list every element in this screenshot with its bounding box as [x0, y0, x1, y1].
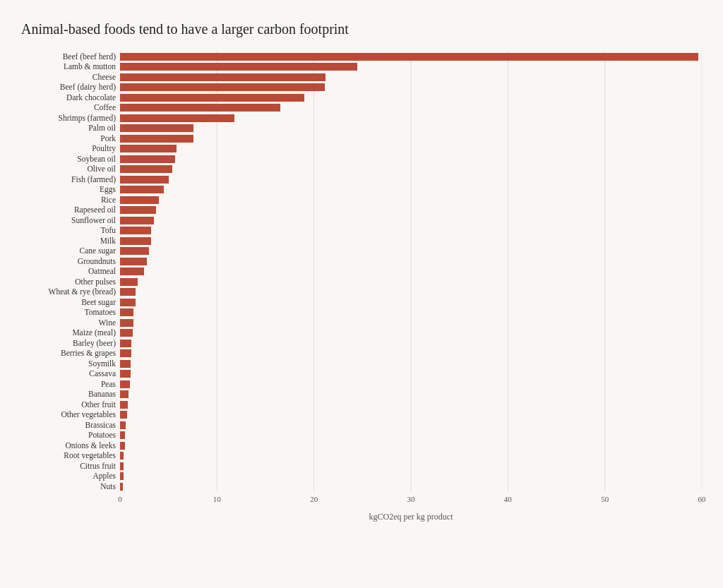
bar-label: Eggs	[100, 185, 116, 196]
bar-label: Lamb & mutton	[64, 62, 116, 73]
bar	[120, 258, 147, 265]
bar	[120, 370, 131, 378]
bar-label: Wheat & rye (bread)	[49, 287, 116, 298]
bar	[120, 196, 159, 204]
x-tick: 40	[504, 495, 512, 503]
bar	[120, 462, 124, 470]
bar	[120, 227, 151, 234]
bar-label: Rapeseed oil	[74, 205, 116, 216]
bar-row	[120, 174, 702, 185]
bar-row	[120, 154, 702, 164]
bar	[120, 472, 124, 480]
bar	[120, 124, 193, 132]
bar	[120, 155, 175, 163]
bar	[120, 165, 172, 173]
bar-row	[120, 92, 702, 103]
bar-row	[120, 52, 702, 62]
bar-row	[120, 195, 702, 205]
bar-row	[120, 164, 702, 175]
bar-label: Dark chocolate	[66, 92, 116, 103]
bar-label: Groundnuts	[78, 256, 116, 267]
bar-label: Wine	[99, 318, 116, 328]
bar-row	[120, 277, 702, 287]
bar	[120, 329, 133, 337]
bar	[120, 206, 156, 214]
chart-container: Beef (beef herd)Lamb & muttonCheeseBeef …	[21, 52, 702, 522]
bar-label: Apples	[92, 472, 116, 482]
bar-label: Other pulses	[75, 277, 116, 287]
x-tick: 50	[601, 495, 609, 503]
bar-row	[120, 369, 702, 380]
bar	[120, 114, 234, 122]
x-tick: 10	[213, 495, 221, 503]
bar-label: Shrimps (farmed)	[59, 113, 116, 124]
bar-row	[120, 461, 702, 472]
x-tick: 30	[407, 495, 415, 503]
bar-row	[120, 328, 702, 339]
bar	[120, 442, 125, 450]
bar	[120, 135, 193, 143]
bar-label: Beef (beef herd)	[63, 52, 116, 62]
bar-label: Beet sugar	[81, 297, 116, 308]
bar-label: Maize (meal)	[72, 328, 116, 339]
bar-row	[120, 318, 702, 328]
bar	[120, 421, 126, 429]
bar-row	[120, 481, 702, 492]
bar	[120, 73, 325, 81]
bar	[120, 431, 125, 439]
bar	[120, 186, 164, 193]
bar-label: Sunflower oil	[71, 215, 116, 226]
bar	[120, 411, 127, 419]
bar	[120, 401, 128, 409]
bar	[120, 288, 136, 296]
bar	[120, 299, 136, 306]
bar-label: Nuts	[100, 481, 116, 492]
x-tick: 20	[310, 495, 318, 503]
bar-row	[120, 400, 702, 410]
bar-row	[120, 472, 702, 482]
bar-row	[120, 410, 702, 421]
bar-label: Root vegetables	[64, 451, 116, 462]
labels-column: Beef (beef herd)Lamb & muttonCheeseBeef …	[21, 52, 120, 492]
bar-row	[120, 83, 702, 93]
bar-label: Coffee	[94, 103, 116, 114]
bar-row	[120, 113, 702, 124]
bar-label: Peas	[101, 379, 116, 390]
bar-row	[120, 338, 702, 349]
bar	[120, 390, 129, 398]
bar-row	[120, 246, 702, 257]
bar-row	[120, 440, 702, 451]
bar-label: Other fruit	[81, 400, 116, 410]
x-tick: 60	[698, 495, 706, 503]
bar-label: Cassava	[89, 369, 116, 380]
bar-label: Bananas	[88, 390, 116, 400]
bar-label: Potatoes	[88, 431, 116, 441]
bar	[120, 452, 124, 460]
bar-label: Palm oil	[88, 124, 116, 134]
bar-label: Soymilk	[88, 359, 116, 369]
bar-label: Other vegetables	[61, 410, 116, 421]
bar-label: Soybean oil	[77, 154, 116, 164]
bar	[120, 94, 304, 102]
bar-row	[120, 215, 702, 226]
bar-row	[120, 72, 702, 83]
x-tick: 0	[118, 495, 122, 503]
bar-row	[120, 349, 702, 359]
bar	[120, 319, 133, 327]
bar	[120, 237, 151, 245]
bar-row	[120, 144, 702, 155]
bar-row	[120, 226, 702, 236]
bar	[120, 104, 280, 112]
bar	[120, 145, 177, 152]
bar	[120, 278, 138, 286]
x-axis-label: kgCO2eq per kg product	[120, 512, 702, 522]
bar-label: Milk	[100, 236, 116, 246]
bar-label: Cheese	[92, 72, 116, 83]
bar-row	[120, 236, 702, 246]
bar-row	[120, 431, 702, 441]
bar-label: Oatmeal	[88, 267, 116, 277]
bar-label: Citrus fruit	[80, 461, 116, 472]
bar-row	[120, 267, 702, 277]
bar-row	[120, 420, 702, 431]
bar-label: Cane sugar	[80, 246, 116, 257]
